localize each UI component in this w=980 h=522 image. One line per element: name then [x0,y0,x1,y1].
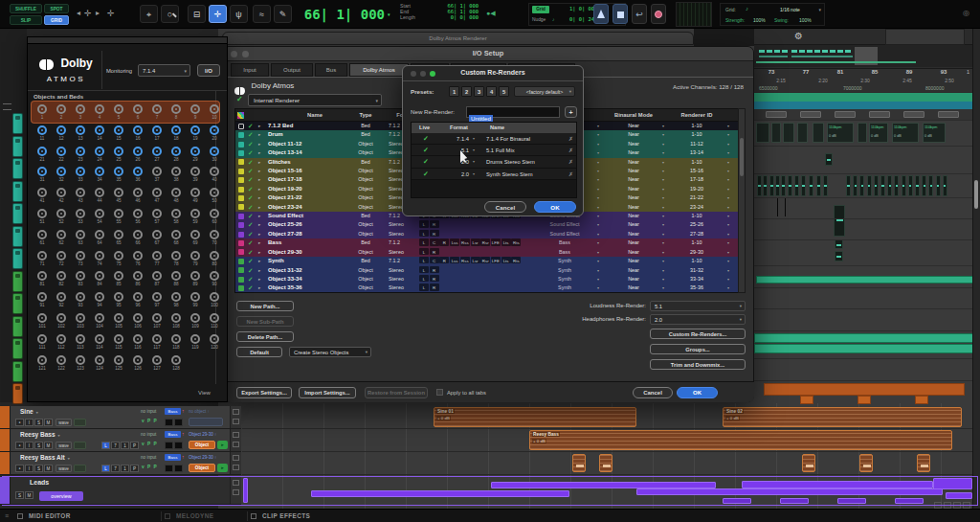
io-setup-titlebar[interactable]: I/O Setup [223,47,753,61]
object-channel-100[interactable]: 100 [205,290,224,311]
track-i-button[interactable]: I [25,419,33,426]
io-table-scrollbar[interactable] [738,108,746,293]
loop-button[interactable]: ↩ [632,4,647,24]
tab-output[interactable]: Output [271,63,313,77]
clip-green-thin[interactable] [756,276,974,284]
track-name-reesy-bass-alt[interactable]: Reesy Bass Alt [20,454,70,461]
object-channel-40[interactable]: 40 [205,165,224,186]
object-channel-38[interactable]: 38 [167,165,186,186]
object-channel-123[interactable]: 123 [71,353,90,374]
countoff-button[interactable] [612,4,628,24]
track-input-label[interactable]: no input [141,432,156,437]
chevron-down-icon[interactable]: ▾ [473,133,475,145]
bottom-tab-clip-effects[interactable]: CLIP EFFECTS [262,512,310,519]
object-channel-69[interactable]: 69 [186,228,205,249]
new-path-button[interactable]: New Path... [236,301,294,311]
io-ok-button[interactable]: OK [677,387,718,398]
object-channel-119[interactable]: 119 [186,332,205,353]
track-header-sine[interactable]: Sineno inputBass↑no object ↑●ISMwavev P … [0,406,241,429]
object-channel-7[interactable]: 7 [147,102,167,124]
window-icon[interactable] [233,419,239,424]
io-cancel-button[interactable]: Cancel [633,387,673,398]
object-channel-49[interactable]: 49 [186,186,205,207]
object-channel-114[interactable]: 114 [90,332,109,353]
object-channel-65[interactable]: 65 [109,228,128,249]
mini-track-stub[interactable] [12,248,23,269]
mini-track-stub[interactable] [12,316,23,337]
mini-track-stub[interactable] [12,226,23,247]
zoom-preset-icon[interactable]: ✛ [107,9,115,18]
object-channel-128[interactable]: 128 [167,353,186,374]
track-p-toggle[interactable]: P [130,465,139,472]
object-channel-26[interactable]: 26 [128,145,147,166]
track-header-reesy-bass[interactable]: Reesy Bassno inputBass↑Object 29-30 ↑●IS… [0,429,241,452]
track-name-sine[interactable]: Sine [20,408,38,415]
grid-note-value[interactable]: 1/16 note [780,7,800,12]
clip-sine-01[interactable]: Sine 01 + 0 dB [434,407,636,427]
object-channel-92[interactable]: 92 [52,290,71,311]
object-channel-18[interactable]: 18 [167,124,186,145]
default-button[interactable]: Default [236,347,282,357]
object-channel-116[interactable]: 116 [128,332,147,353]
track-output-badge[interactable]: Bass [165,408,181,415]
object-channel-68[interactable]: 68 [167,228,186,249]
wave-view-button[interactable]: wave [56,465,72,472]
track-s-button[interactable]: S [34,465,43,472]
mini-track-stub[interactable] [12,361,23,382]
object-channel-21[interactable]: 21 [33,145,52,166]
object-channel-51[interactable]: 51 [33,207,52,228]
bottom-tab-midi-editor[interactable]: MIDI EDITOR [29,512,71,519]
headphones-select[interactable]: 2.0▾ [650,314,746,325]
loudness-select[interactable]: 5.1▾ [650,301,746,311]
mini-track-stub[interactable] [12,271,23,292]
object-channel-48[interactable]: 48 [167,186,186,207]
object-channel-120[interactable]: 120 [205,332,224,353]
object-channel-9[interactable]: 9 [186,102,205,124]
object-channel-12[interactable]: 12 [52,124,71,145]
object-channel-105[interactable]: 105 [109,311,128,332]
object-channel-81[interactable]: 81 [33,269,52,290]
object-channel-39[interactable]: 39 [186,165,205,186]
track-l-toggle[interactable]: L [101,465,110,472]
track-m-button[interactable]: M [44,419,53,426]
add-rerender-button[interactable]: + [565,106,577,118]
delete-rerender-icon[interactable]: ✗ [568,169,573,180]
object-channel-14[interactable]: 14 [90,124,109,145]
object-channel-4[interactable]: 4 [90,102,109,124]
object-channel-76[interactable]: 76 [128,249,147,270]
groups-button[interactable]: Groups... [650,344,746,354]
elastic-audio-button[interactable] [74,442,86,449]
rerender-row-5-1-full-mix[interactable]: ✓5.1▾5.1 Full Mix✗ [412,145,576,156]
object-channel-63[interactable]: 63 [71,228,90,249]
object-channel-87[interactable]: 87 [147,269,167,290]
window-icon[interactable] [233,409,239,415]
object-channel-17[interactable]: 17 [147,124,167,145]
window-close-icon[interactable] [231,51,237,57]
object-channel-13[interactable]: 13 [71,124,90,145]
io-row-object-31-32[interactable]: ✓▸Object 31-32ObjectStereoLRSynth▾Near▾3… [235,266,745,275]
zoom-in-icon[interactable]: ▸ [96,9,100,18]
object-channel-79[interactable]: 79 [186,249,205,270]
object-channel-109[interactable]: 109 [186,311,205,332]
object-channel-28[interactable]: 28 [167,145,186,166]
object-channel-97[interactable]: 97 [147,290,167,311]
gear-icon[interactable]: ⚙ [794,31,803,41]
import-settings-button[interactable]: Import Settings... [299,387,356,398]
elastic-audio-button[interactable] [74,465,86,472]
vertical-scrollbar-thumb[interactable] [974,180,978,209]
mode-spot-button[interactable]: SPOT [44,4,69,13]
track-1-toggle[interactable]: 1 [121,465,129,472]
object-channel-37[interactable]: 37 [147,165,167,186]
object-channel-103[interactable]: 103 [71,311,90,332]
object-channel-78[interactable]: 78 [167,249,186,270]
mini-track-stub[interactable] [12,113,23,134]
object-channel-75[interactable]: 75 [109,249,128,270]
object-channel-106[interactable]: 106 [128,311,147,332]
clip-reesy-bass[interactable]: Reesy Bass + 0 dB [529,430,952,450]
trim-tool-icon[interactable]: ⊟ [188,5,206,23]
elastic-audio-button[interactable] [74,419,86,426]
mini-track-stub[interactable] [12,136,23,157]
object-channel-16[interactable]: 16 [128,124,147,145]
mini-track-stub[interactable] [12,158,23,179]
object-channel-94[interactable]: 94 [90,290,109,311]
